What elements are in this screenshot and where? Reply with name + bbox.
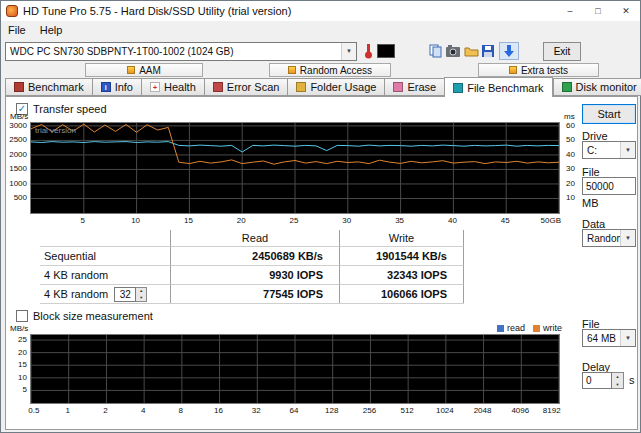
y-axis-tick: 25	[18, 335, 27, 344]
x-axis-tick: 16	[214, 406, 223, 415]
benchmark-icon	[14, 82, 24, 92]
group-label: Extra tests	[521, 65, 568, 76]
legend-write: write	[533, 323, 562, 333]
x-axis-tick: 256	[363, 406, 376, 415]
copy-icon[interactable]	[429, 44, 443, 58]
extra-tests-icon	[509, 66, 517, 74]
chart-legend: readwrite	[497, 323, 562, 333]
x-axis-tick: 2	[103, 406, 107, 415]
tab-bar: BenchmarkiInfo+HealthError ScanFolder Us…	[5, 78, 636, 96]
health-icon: +	[150, 82, 160, 92]
file-benchmark-icon	[453, 83, 463, 93]
device-select[interactable]: WDC PC SN730 SDBPNTY-1T00-1002 (1024 GB)…	[5, 42, 357, 61]
results-header-write: Write	[339, 230, 464, 246]
x-axis-tick: 40	[448, 216, 457, 225]
queue-depth-value[interactable]: 32	[114, 287, 136, 302]
result-row-label: Sequential	[40, 246, 170, 265]
y-axis-tick: 2000	[9, 150, 27, 159]
app-icon	[6, 5, 18, 17]
tab-erase[interactable]: Erase	[384, 78, 445, 96]
download-icon[interactable]	[499, 42, 519, 60]
queue-depth-spinner[interactable]: 32▲▼	[114, 287, 147, 302]
delay-input[interactable]	[582, 372, 612, 389]
titlebar: HD Tune Pro 5.75 - Hard Disk/SSD Utility…	[1, 1, 640, 21]
tab-label: Error Scan	[227, 81, 280, 93]
maximize-button[interactable]: □	[584, 1, 612, 21]
tab-benchmark[interactable]: Benchmark	[5, 78, 93, 96]
file-size-input[interactable]	[582, 177, 636, 195]
tab-file-benchmark[interactable]: File Benchmark	[444, 77, 552, 97]
minimize-button[interactable]: –	[556, 1, 584, 21]
y-axis-tick: 10	[566, 193, 575, 202]
y-axis-left: 252015105	[8, 323, 28, 419]
close-button[interactable]: ✕	[612, 1, 640, 21]
temperature-display	[377, 44, 395, 58]
y-axis-tick: 1000	[9, 179, 27, 188]
x-axis-tick: 35	[395, 216, 404, 225]
block-size-plot	[30, 334, 560, 404]
start-button[interactable]: Start	[582, 104, 636, 124]
result-write-value: 106066 IOPS	[339, 284, 464, 303]
checkbox-unchecked-icon	[16, 310, 28, 322]
legend-swatch-write	[533, 325, 540, 332]
thermometer-icon	[361, 43, 375, 59]
x-axis-tick: 25	[290, 216, 299, 225]
legend-read: read	[497, 323, 525, 333]
x-axis-tick: 15	[184, 216, 193, 225]
x-axis-tick: 10	[131, 216, 140, 225]
drive-select-value: C:	[583, 145, 620, 156]
tab-label: Folder Usage	[310, 81, 376, 93]
queue-depth-arrows[interactable]: ▲▼	[136, 287, 147, 302]
save-icon[interactable]	[482, 45, 495, 58]
tab-error-scan[interactable]: Error Scan	[204, 78, 289, 96]
menu-file[interactable]: File	[1, 22, 33, 38]
result-row-label-text: 4 KB random	[44, 269, 108, 281]
group-button-extra-tests[interactable]: Extra tests	[478, 63, 599, 77]
x-axis-tick: 1024	[436, 406, 454, 415]
spinner-up-icon[interactable]: ▲	[612, 373, 623, 381]
chevron-down-icon: ▼	[620, 142, 635, 158]
x-axis: 5101520253035404550GB	[30, 216, 560, 226]
random-access-icon	[288, 66, 296, 74]
y-axis-tick: 30	[566, 164, 575, 173]
block-size-checkbox[interactable]: Block size measurement	[16, 310, 153, 322]
result-write-value: 1901544 KB/s	[339, 246, 464, 265]
chevron-down-icon: ▼	[341, 43, 356, 60]
exit-button[interactable]: Exit	[543, 42, 581, 61]
x-axis-tick: 4096	[511, 406, 529, 415]
x-axis-tick: 0.5	[28, 406, 39, 415]
tab-folder-usage[interactable]: Folder Usage	[287, 78, 385, 96]
y-axis-right: 605040302010	[562, 111, 584, 229]
x-axis-tick: 2048	[474, 406, 492, 415]
tab-disk-monitor[interactable]: Disk monitor	[553, 78, 641, 96]
transfer-speed-chart: MB/s ms trial version 300025002000150010…	[8, 111, 584, 229]
x-axis-tick: 128	[325, 406, 338, 415]
file-benchmark-page: ✓ Transfer speed MB/s ms trial version 3…	[5, 96, 638, 430]
x-axis-tick: 50GB	[541, 216, 561, 225]
x-axis-tick: 512	[400, 406, 413, 415]
folder-icon[interactable]	[464, 45, 479, 57]
x-axis-tick: 8	[179, 406, 183, 415]
results-header-spacer	[40, 230, 170, 246]
delay-spinner[interactable]: ▲▼	[612, 372, 624, 389]
x-axis-tick: 8192	[543, 406, 561, 415]
x-axis-tick: 64	[290, 406, 299, 415]
group-button-random-access[interactable]: Random Access	[269, 63, 391, 77]
y-axis-tick: 40	[566, 150, 575, 159]
result-row-label-text: Sequential	[44, 250, 96, 262]
data-pattern-select[interactable]: Random ▼	[582, 229, 636, 247]
spinner-down-icon[interactable]: ▼	[612, 381, 623, 389]
block-size-chart: MB/s readwrite 252015105 0.5124816326412…	[8, 323, 584, 419]
block-file-size-select[interactable]: 64 MB ▼	[582, 329, 636, 347]
drive-select[interactable]: C: ▼	[582, 141, 636, 159]
device-select-value: WDC PC SN730 SDBPNTY-1T00-1002 (1024 GB)	[6, 46, 341, 57]
tab-label: Disk monitor	[576, 81, 637, 93]
menu-help[interactable]: Help	[33, 22, 70, 38]
group-button-aam[interactable]: AAM	[85, 63, 203, 77]
delay-unit-label: s	[629, 374, 635, 386]
block-size-label: Block size measurement	[33, 310, 153, 322]
camera-icon[interactable]	[446, 45, 461, 58]
error-scan-icon	[213, 82, 223, 92]
tab-info[interactable]: iInfo	[92, 78, 142, 96]
tab-health[interactable]: +Health	[141, 78, 205, 96]
